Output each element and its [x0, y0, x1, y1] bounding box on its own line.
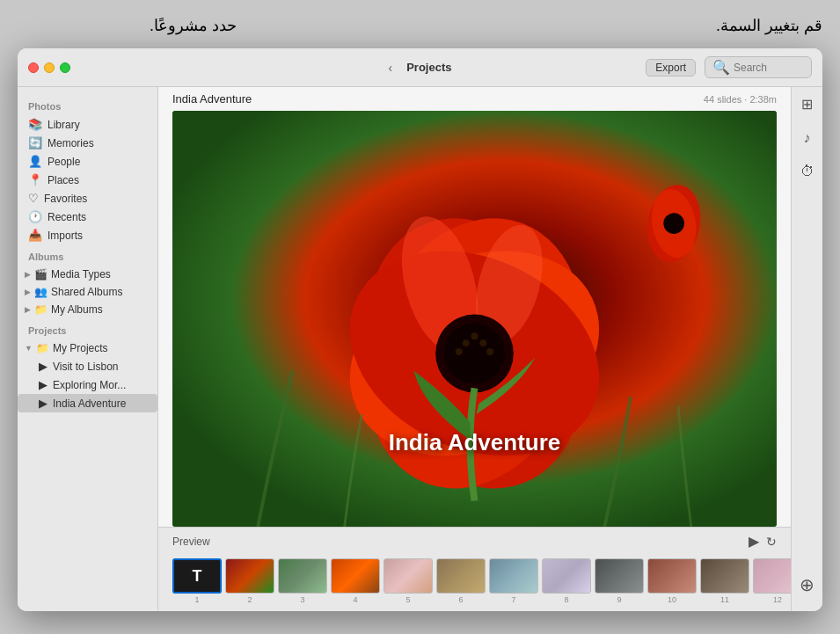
thumb-num-11: 11 [700, 595, 749, 604]
sidebar-label-my-projects: My Projects [53, 342, 108, 354]
minimize-button[interactable] [44, 62, 55, 73]
svg-point-13 [456, 348, 463, 355]
close-button[interactable] [28, 62, 39, 73]
sidebar-group-shared-albums[interactable]: ▶ 👥 Shared Albums [18, 283, 157, 301]
thumb-9[interactable]: 9 [595, 558, 644, 604]
titlebar-center: ‹ Projects [389, 61, 452, 75]
search-icon: 🔍 [712, 59, 730, 76]
play-button[interactable]: ▶ [749, 533, 759, 550]
sidebar-item-people[interactable]: 👤 People [18, 152, 157, 171]
thumb-2[interactable]: 2 [225, 558, 274, 604]
thumb-num-9: 9 [595, 595, 644, 604]
thumb-img-6 [436, 558, 486, 594]
library-icon: 📚 [28, 118, 42, 131]
chevron-icon: ▶ [25, 270, 31, 279]
svg-point-14 [486, 348, 493, 355]
sidebar-label-imports: Imports [47, 230, 83, 242]
titlebar-right: Export 🔍 [646, 56, 812, 78]
project-meta: 44 slides · 2:38m [704, 94, 777, 105]
sidebar-group-my-projects[interactable]: ▼ 📁 My Projects [18, 339, 157, 357]
albums-section-label: Albums [18, 244, 157, 266]
svg-point-11 [479, 339, 486, 346]
sidebar-item-library[interactable]: 📚 Library [18, 115, 157, 134]
thumb-num-6: 6 [436, 595, 486, 604]
content-area: Photos 📚 Library 🔄 Memories 👤 People 📍 P… [18, 87, 822, 611]
thumb-img-9 [595, 558, 644, 594]
thumb-7[interactable]: 7 [489, 558, 538, 604]
add-slide-button[interactable]: ⊕ [800, 574, 814, 595]
sidebar-item-imports[interactable]: 📥 Imports [18, 226, 157, 244]
export-button[interactable]: Export [646, 59, 696, 77]
sidebar-label-shared-albums: Shared Albums [51, 286, 122, 298]
slideshow-preview: India Adventure [172, 111, 777, 527]
projects-section-label: Projects [18, 318, 157, 339]
chevron-icon-2: ▶ [25, 288, 31, 296]
thumb-img-5 [383, 558, 433, 594]
sidebar-label-my-albums: My Albums [51, 303, 103, 316]
annotation-top-right: قم بتغيير السمة. [716, 16, 822, 35]
thumb-img-12 [753, 558, 791, 594]
slideshow-settings-icon[interactable]: ⊞ [801, 96, 813, 113]
sidebar-group-media-types[interactable]: ▶ 🎬 Media Types [18, 266, 157, 283]
thumb-img-10 [647, 558, 697, 594]
thumb-12[interactable]: 12 [753, 558, 791, 604]
svg-point-9 [444, 323, 505, 383]
media-types-icon: 🎬 [34, 268, 47, 281]
refresh-button[interactable]: ↻ [766, 535, 777, 549]
sidebar-item-exploring-mor[interactable]: ▶ Exploring Mor... [18, 375, 157, 394]
sidebar-item-recents[interactable]: 🕐 Recents [18, 208, 157, 226]
search-input[interactable] [734, 62, 804, 74]
project-icon-2: ▶ [39, 378, 47, 391]
shared-albums-icon: 👥 [34, 286, 47, 298]
preview-bar: Preview ▶ ↻ [158, 528, 791, 555]
main-panel: India Adventure 44 slides · 2:38m [158, 87, 791, 611]
thumb-8[interactable]: 8 [542, 558, 591, 604]
thumb-num-3: 3 [278, 595, 327, 604]
thumb-4[interactable]: 4 [331, 558, 380, 604]
right-tools: ⊞ ♪ ⏱ ⊕ [791, 87, 822, 611]
timer-icon[interactable]: ⏱ [800, 164, 814, 179]
maximize-button[interactable] [60, 62, 70, 73]
sidebar: Photos 📚 Library 🔄 Memories 👤 People 📍 P… [18, 87, 158, 611]
thumb-img-1: T [172, 558, 222, 594]
svg-point-12 [471, 332, 478, 339]
sidebar-group-my-albums[interactable]: ▶ 📁 My Albums [18, 301, 157, 318]
thumb-img-11 [700, 558, 749, 594]
sidebar-item-favorites[interactable]: ♡ Favorites [18, 189, 157, 208]
traffic-lights [28, 62, 70, 73]
sidebar-label-recents: Recents [47, 211, 86, 223]
main-window: ‹ Projects Export 🔍 Photos 📚 Library 🔄 M… [18, 48, 822, 611]
sidebar-item-memories[interactable]: 🔄 Memories [18, 134, 157, 152]
thumb-11[interactable]: 11 [700, 558, 749, 604]
project-header: India Adventure 44 slides · 2:38m [158, 87, 791, 111]
imports-icon: 📥 [28, 229, 42, 242]
thumb-10[interactable]: 10 [647, 558, 697, 604]
thumb-num-10: 10 [647, 595, 697, 604]
thumb-img-8 [542, 558, 591, 594]
thumb-1[interactable]: T 1 [172, 558, 222, 604]
sidebar-item-india-adventure[interactable]: ▶ India Adventure [18, 394, 157, 412]
music-icon[interactable]: ♪ [804, 130, 811, 146]
thumb-num-7: 7 [489, 595, 538, 604]
bottom-controls: Preview ▶ ↻ T 1 2 3 [158, 527, 791, 611]
thumb-3[interactable]: 3 [278, 558, 327, 604]
sidebar-item-places[interactable]: 📍 Places [18, 171, 157, 189]
people-icon: 👤 [28, 155, 42, 168]
project-icon-1: ▶ [39, 360, 47, 373]
sidebar-item-visit-to-lisbon[interactable]: ▶ Visit to Lisbon [18, 357, 157, 375]
sidebar-label-exploring-mor: Exploring Mor... [53, 379, 126, 391]
sidebar-label-memories: Memories [47, 137, 94, 149]
thumb-num-12: 12 [753, 595, 791, 604]
thumb-6[interactable]: 6 [436, 558, 486, 604]
back-button[interactable]: ‹ [389, 61, 393, 75]
thumb-5[interactable]: 5 [383, 558, 433, 604]
annotation-top-left: حدد مشروعًا. [150, 16, 237, 35]
thumb-num-1: 1 [172, 595, 222, 604]
thumb-num-8: 8 [542, 595, 591, 604]
svg-point-17 [663, 213, 684, 234]
thumb-num-4: 4 [331, 595, 380, 604]
thumbnail-strip: T 1 2 3 4 [158, 555, 791, 611]
chevron-icon-4: ▼ [25, 344, 33, 353]
places-icon: 📍 [28, 173, 42, 186]
sidebar-label-india-adventure: India Adventure [53, 397, 126, 410]
